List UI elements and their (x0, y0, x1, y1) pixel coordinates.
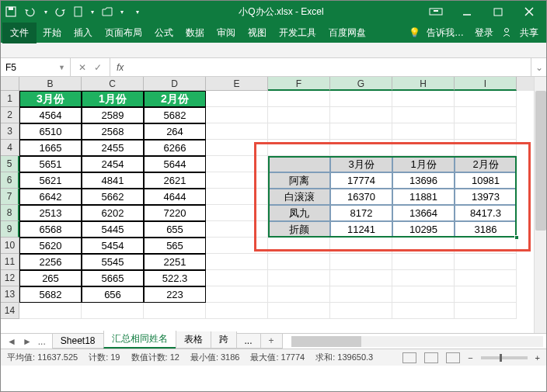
select-all-corner[interactable] (1, 77, 19, 91)
tab-developer[interactable]: 开发工具 (273, 23, 322, 43)
cell[interactable]: 8172 (330, 205, 392, 221)
row-2[interactable]: 2 (1, 107, 19, 123)
tab-view[interactable]: 视图 (242, 23, 273, 43)
fx-label[interactable]: fx (110, 62, 130, 73)
tell-me[interactable]: 告诉我… (423, 23, 467, 43)
col-C[interactable]: C (82, 77, 144, 91)
sheet-tab-2[interactable]: 表格 (176, 331, 211, 349)
cell[interactable]: 2513 (19, 205, 82, 221)
cell[interactable] (268, 107, 330, 123)
cell[interactable]: 655 (144, 221, 206, 238)
cell[interactable] (268, 156, 330, 172)
ribbon-options-icon[interactable] (423, 5, 448, 19)
tab-review[interactable]: 审阅 (211, 23, 242, 43)
formula-input[interactable] (130, 58, 531, 76)
cell[interactable] (268, 91, 330, 107)
cell[interactable] (330, 254, 392, 270)
cell[interactable] (330, 270, 392, 286)
col-F[interactable]: F (268, 77, 330, 91)
sheet-nav-more[interactable]: ... (38, 336, 46, 347)
cell[interactable] (392, 270, 455, 286)
cell[interactable] (392, 254, 455, 270)
cell[interactable]: 6568 (19, 221, 82, 238)
cell[interactable]: 264 (144, 123, 206, 140)
sheet-nav-next-icon[interactable]: ► (23, 336, 32, 347)
tab-layout[interactable]: 页面布局 (99, 23, 148, 43)
cell[interactable] (330, 286, 392, 303)
cell[interactable] (392, 303, 455, 319)
cell[interactable] (392, 123, 455, 140)
cell[interactable] (206, 286, 268, 303)
cell[interactable]: 4564 (19, 107, 82, 123)
cell[interactable]: 5545 (82, 254, 144, 270)
view-pagebreak-icon[interactable] (446, 352, 460, 363)
cell[interactable] (268, 238, 330, 254)
cell[interactable]: 10295 (392, 221, 455, 238)
grid[interactable]: B C D E F G H I 1 2 3 4 5 6 7 8 9 10 11 … (1, 77, 546, 333)
qat-customize-icon[interactable]: ▾ (136, 9, 139, 16)
cell[interactable]: 3月份 (330, 156, 392, 172)
cancel-icon[interactable]: ✕ (78, 62, 86, 73)
expand-formula-bar-icon[interactable]: ⌄ (531, 58, 546, 76)
cell[interactable] (330, 91, 392, 107)
redo-icon[interactable] (55, 6, 66, 17)
cell[interactable]: 13973 (455, 189, 517, 205)
cell[interactable]: 5682 (144, 107, 206, 123)
cell[interactable] (268, 286, 330, 303)
name-box-dropdown-icon[interactable]: ▼ (58, 64, 65, 71)
cell[interactable]: 522.3 (144, 270, 206, 286)
cell[interactable] (455, 286, 517, 303)
tab-formulas[interactable]: 公式 (148, 23, 179, 43)
row-3[interactable]: 3 (1, 123, 19, 140)
maximize-icon[interactable] (486, 5, 510, 19)
cell[interactable] (455, 91, 517, 107)
cell[interactable] (206, 221, 268, 238)
tab-baidu[interactable]: 百度网盘 (322, 23, 372, 43)
cell[interactable]: 5682 (19, 286, 82, 303)
cell[interactable]: 白滚滚 (268, 189, 330, 205)
cell[interactable] (206, 91, 268, 107)
cell[interactable]: 3186 (455, 221, 517, 238)
row-7[interactable]: 7 (1, 189, 19, 205)
col-I[interactable]: I (455, 77, 517, 91)
cell[interactable]: 6266 (144, 140, 206, 156)
cell[interactable]: 6202 (82, 205, 144, 221)
col-H[interactable]: H (392, 77, 455, 91)
row-6[interactable]: 6 (1, 172, 19, 189)
qat-dropdown3-icon[interactable]: ▾ (120, 9, 124, 16)
cell[interactable] (206, 140, 268, 156)
close-icon[interactable] (517, 5, 542, 19)
row-11[interactable]: 11 (1, 254, 19, 270)
cell[interactable] (206, 238, 268, 254)
row-13[interactable]: 13 (1, 286, 19, 303)
cell[interactable]: 4841 (82, 172, 144, 189)
minimize-icon[interactable] (455, 5, 479, 19)
row-1[interactable]: 1 (1, 91, 19, 107)
h-scroll-thumb[interactable] (291, 336, 361, 347)
cell[interactable] (455, 254, 517, 270)
open-file-icon[interactable] (102, 6, 113, 17)
cell[interactable] (268, 123, 330, 140)
new-file-icon[interactable] (74, 6, 83, 17)
cell[interactable]: 565 (144, 238, 206, 254)
cell[interactable] (206, 107, 268, 123)
cell[interactable]: 265 (19, 270, 82, 286)
cell[interactable] (330, 107, 392, 123)
cell[interactable]: 5445 (82, 221, 144, 238)
signin[interactable]: 登录 (469, 23, 500, 43)
cell[interactable] (392, 238, 455, 254)
cell[interactable] (206, 254, 268, 270)
tab-data[interactable]: 数据 (179, 23, 211, 43)
cell[interactable] (206, 189, 268, 205)
cell[interactable] (455, 123, 517, 140)
cell[interactable]: 1月份 (82, 91, 144, 107)
cell[interactable]: 2251 (144, 254, 206, 270)
save-icon[interactable] (5, 6, 16, 17)
cell[interactable] (455, 140, 517, 156)
sheet-tab-more[interactable]: ... (236, 334, 261, 349)
cell[interactable] (392, 91, 455, 107)
cell[interactable] (206, 303, 268, 319)
cell[interactable]: 5454 (82, 238, 144, 254)
cell[interactable]: 11881 (392, 189, 455, 205)
vertical-scrollbar[interactable] (534, 77, 546, 333)
